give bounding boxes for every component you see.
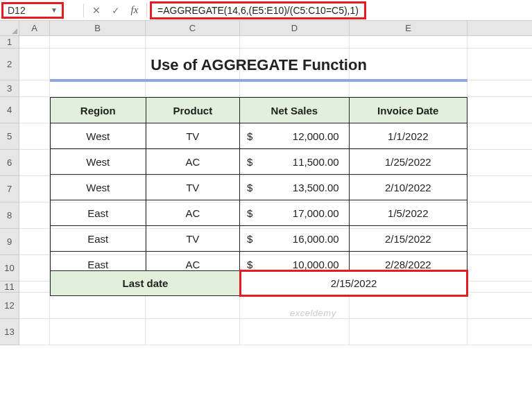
watermark: exceldemy <box>290 308 336 318</box>
cell-invoice-date[interactable]: 1/5/2022 <box>350 200 467 226</box>
row-header[interactable]: 8 <box>0 202 19 229</box>
table-row: East AC $17,000.00 1/5/2022 <box>51 200 467 226</box>
table-row: West TV $12,000.00 1/1/2022 <box>51 123 467 149</box>
cell-net-sales[interactable]: $17,000.00 <box>240 200 350 226</box>
cell-product[interactable]: TV <box>146 175 241 200</box>
formula-text: =AGGREGATE(14,6,(E5:E10)/(C5:C10=C5),1) <box>157 5 359 16</box>
cell-region[interactable]: West <box>51 149 146 175</box>
cell-product[interactable]: AC <box>146 200 241 226</box>
row-header[interactable]: 12 <box>0 293 19 319</box>
col-header-c[interactable]: C <box>146 21 240 35</box>
table-row: West AC $11,500.00 1/25/2022 <box>51 149 467 175</box>
row-header[interactable]: 3 <box>0 80 19 97</box>
cancel-formula-button[interactable]: ✕ <box>87 2 106 19</box>
col-header-a[interactable]: A <box>19 21 50 35</box>
cell-region[interactable]: East <box>51 200 146 226</box>
cell-invoice-date[interactable]: 1/1/2022 <box>350 123 467 149</box>
cell-region[interactable]: East <box>51 226 146 252</box>
worksheet-grid: 1 2 3 4 5 6 7 8 9 10 11 12 13 Use of AGG… <box>0 36 532 345</box>
cell-invoice-date[interactable]: 2/15/2022 <box>350 226 467 252</box>
result-label-cell[interactable]: Last date <box>51 271 241 295</box>
result-row: Last date 2/15/2022 <box>50 270 467 296</box>
row-header[interactable]: 5 <box>0 123 19 150</box>
row-header[interactable]: 2 <box>0 49 19 80</box>
title-underline <box>50 79 467 82</box>
cell-region[interactable]: West <box>51 175 146 200</box>
select-all-corner[interactable] <box>0 21 19 35</box>
cell-net-sales[interactable]: $13,500.00 <box>240 175 350 200</box>
check-icon: ✓ <box>112 5 120 16</box>
column-header-row: A B C D E <box>0 21 532 36</box>
col-header-b[interactable]: B <box>50 21 146 35</box>
sheet-title-cell: Use of AGGREGATE Function <box>50 51 467 79</box>
table-row: East TV $16,000.00 2/15/2022 <box>51 226 467 252</box>
cell-net-sales[interactable]: $11,500.00 <box>240 149 350 175</box>
formula-input[interactable]: =AGGREGATE(14,6,(E5:E10)/(C5:C10=C5),1) <box>150 1 366 19</box>
cell-net-sales[interactable]: $12,000.00 <box>240 123 350 149</box>
insert-function-button[interactable]: fx <box>126 4 144 16</box>
name-box-value: D12 <box>8 5 26 16</box>
row-header[interactable]: 7 <box>0 176 19 202</box>
cell-product[interactable]: AC <box>146 149 241 175</box>
formula-bar: D12 ▼ ✕ ✓ fx =AGGREGATE(14,6,(E5:E10)/(C… <box>0 0 532 21</box>
cell-product[interactable]: TV <box>146 123 241 149</box>
sheet-title: Use of AGGREGATE Function <box>151 56 367 74</box>
row-header[interactable]: 13 <box>0 319 19 345</box>
row-header-column: 1 2 3 4 5 6 7 8 9 10 11 12 13 <box>0 36 19 345</box>
row-header[interactable]: 6 <box>0 150 19 176</box>
table-header-row: Region Product Net Sales Invoice Date <box>51 98 467 123</box>
chevron-down-icon[interactable]: ▼ <box>51 6 58 14</box>
header-region[interactable]: Region <box>51 98 146 123</box>
row-header[interactable]: 9 <box>0 229 19 255</box>
row-header[interactable]: 4 <box>0 97 19 123</box>
cells-area[interactable]: Use of AGGREGATE Function Region Product… <box>19 36 532 345</box>
cell-invoice-date[interactable]: 2/10/2022 <box>350 175 467 200</box>
cell-product[interactable]: TV <box>146 226 241 252</box>
header-net-sales[interactable]: Net Sales <box>240 98 349 123</box>
result-value-cell[interactable]: 2/15/2022 <box>239 270 468 297</box>
header-product[interactable]: Product <box>146 98 241 123</box>
table-row: West TV $13,500.00 2/10/2022 <box>51 175 467 200</box>
row-header[interactable]: 1 <box>0 36 19 49</box>
cell-invoice-date[interactable]: 1/25/2022 <box>350 149 467 175</box>
col-header-e[interactable]: E <box>350 21 467 35</box>
x-icon: ✕ <box>92 5 101 16</box>
enter-formula-button[interactable]: ✓ <box>106 2 126 19</box>
cell-region[interactable]: West <box>51 123 146 149</box>
data-table: Region Product Net Sales Invoice Date We… <box>50 97 467 278</box>
row-header[interactable]: 11 <box>0 282 19 293</box>
col-header-d[interactable]: D <box>240 21 350 35</box>
name-box[interactable]: D12 ▼ <box>1 2 64 19</box>
header-invoice-date[interactable]: Invoice Date <box>350 98 467 123</box>
cell-net-sales[interactable]: $16,000.00 <box>240 226 350 252</box>
row-header[interactable]: 10 <box>0 255 19 282</box>
